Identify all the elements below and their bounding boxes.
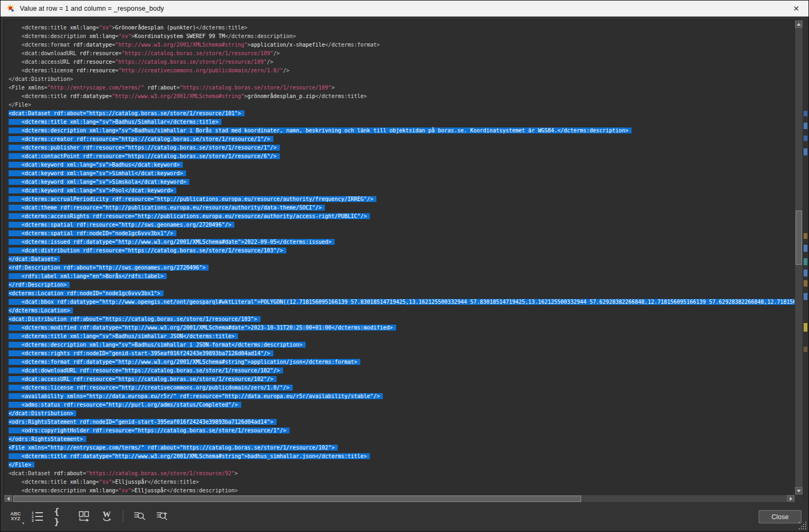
code-line[interactable]: <dcat:Dataset rdf:about="https://catalog… [9, 109, 795, 118]
word-wrap-icon[interactable]: W [99, 508, 114, 524]
code-line[interactable]: </File> [9, 101, 795, 109]
code-line[interactable]: </dcat:Dataset> [9, 255, 795, 264]
code-line[interactable]: <dcterms:format rdf:datatype="http://www… [9, 41, 795, 49]
arrow-down-icon [797, 490, 801, 492]
code-line[interactable]: <dcat:keyword xml:lang="sv">Simskola</dc… [9, 178, 795, 186]
code-line[interactable]: <dcat:accessURL rdf:resource="https://ca… [9, 58, 795, 66]
horizontal-scrollbar-thumb[interactable] [13, 496, 581, 502]
overview-mark [804, 148, 807, 155]
code-line[interactable]: <dcterms:accrualPeriodicity rdf:resource… [9, 195, 795, 204]
line-bar [35, 516, 43, 517]
close-icon[interactable]: ✕ [789, 1, 804, 16]
code-line[interactable]: <odrs:copyrightHolder rdf:resource="http… [9, 426, 795, 435]
line-bar [35, 512, 43, 513]
horizontal-scrollbar[interactable] [4, 494, 795, 503]
code-line[interactable]: <dcterms:rights rdf:nodeID="genid-start-… [9, 349, 795, 358]
code-line[interactable]: </dcterms:Location> [9, 306, 795, 315]
format-braces-icon[interactable]: { } [54, 508, 69, 524]
code-line[interactable]: <dcterms:modified rdf:datatype="http://w… [9, 324, 795, 332]
code-line[interactable]: <dcat:Distribution rdf:about="https://ca… [9, 315, 795, 324]
code-line[interactable]: <dcat:theme rdf:resource="http://publica… [9, 204, 795, 212]
code-line[interactable]: <dcat:Dataset rdf:about="https://catalog… [9, 469, 795, 478]
code-line[interactable]: <dcterms:title xml:lang="sv">Grönområdes… [9, 24, 795, 32]
dialog-icon [6, 4, 15, 13]
scroll-left-button[interactable] [4, 495, 12, 503]
code-line[interactable]: <dcterms:creator rdf:resource="https://c… [9, 135, 795, 144]
code-line[interactable]: <dcterms:license rdf:resource="http://cr… [9, 66, 795, 75]
scroll-right-button[interactable] [787, 495, 795, 503]
code-line[interactable]: <dcat:keyword xml:lang="sv">Badhus</dcat… [9, 161, 795, 169]
code-line[interactable]: <dcat:contactPoint rdf:resource="https:/… [9, 152, 795, 161]
xml-content[interactable]: <dcterms:title xml:lang="sv">Grönområdes… [4, 20, 795, 494]
code-line[interactable]: <dcterms:format rdf:datatype="http://www… [9, 358, 795, 366]
code-line[interactable]: <availability xmlns="http://data.europa.… [9, 392, 795, 401]
vertical-scrollbar-thumb[interactable] [796, 211, 802, 265]
code-line[interactable]: <dcterms:description xml:lang="sv">Koord… [9, 32, 795, 41]
code-line[interactable]: <dcterms:publisher rdf:resource="https:/… [9, 144, 795, 152]
overview-mark [804, 233, 807, 239]
toolbar-separator [123, 511, 123, 522]
code-line[interactable]: <dcat:bbox rdf:datatype="http://www.open… [9, 298, 795, 306]
vertical-scrollbar[interactable] [795, 20, 803, 494]
code-line[interactable]: </rdf:Description> [9, 281, 795, 289]
overview-mark [804, 293, 807, 300]
auto-format-icon[interactable] [77, 508, 92, 524]
code-line[interactable]: <dcterms:spatial rdf:nodeID="node1gc6vvv… [9, 229, 795, 238]
code-line[interactable]: <dcterms:title xml:lang="sv">Badhus/simh… [9, 332, 795, 341]
code-line[interactable]: <dcterms:title rdf:datatype="http://www.… [9, 452, 795, 461]
close-button[interactable]: Close [759, 510, 801, 523]
code-line[interactable]: <File xmlns="http://entryscape.com/terms… [9, 84, 795, 92]
overview-mark [804, 245, 807, 252]
code-line[interactable]: <dcterms:title xml:lang="sv">Badhus/Simh… [9, 118, 795, 126]
overview-mark [804, 347, 807, 352]
overview-mark [804, 323, 807, 332]
arrow-right-icon [790, 497, 792, 501]
overview-mark [804, 111, 807, 116]
title-bar[interactable]: Value at row = 1 and column = _response_… [1, 1, 808, 17]
code-line[interactable]: </odrs:RightsStatement> [9, 435, 795, 444]
find-replace-icon[interactable] [154, 508, 169, 524]
code-line[interactable]: <dcat:accessURL rdf:resource="https://ca… [9, 375, 795, 384]
code-line[interactable]: <adms:status rdf:resource="http://purl.o… [9, 401, 795, 409]
value-viewer-dialog: Value at row = 1 and column = _response_… [0, 0, 809, 532]
code-line[interactable]: <dcat:downloadURL rdf:resource="https://… [9, 49, 795, 58]
charset-icon[interactable]: ABC XYZ ▾ [8, 508, 23, 524]
line-numbers-icon[interactable]: 1 2 3 [31, 508, 47, 524]
charset-icon-row2: XYZ [11, 516, 20, 521]
code-line[interactable]: <odrs:RightsStatement rdf:nodeID="genid-… [9, 418, 795, 426]
overview-ruler[interactable] [803, 20, 808, 503]
code-line[interactable]: <dcterms:issued rdf:datatype="http://www… [9, 238, 795, 246]
code-line[interactable]: <dcterms:accessRights rdf:resource="http… [9, 212, 795, 221]
code-line[interactable]: <dcterms:description xml:lang="sv">Ellju… [9, 486, 795, 494]
scroll-up-button[interactable] [795, 20, 803, 28]
overview-mark [804, 123, 807, 129]
code-line[interactable]: <dcat:keyword xml:lang="sv">Pool</dcat:k… [9, 186, 795, 195]
code-line[interactable]: <dcterms:spatial rdf:resource="http://sw… [9, 221, 795, 229]
dialog-title: Value at row = 1 and column = _response_… [20, 5, 164, 12]
line-number-digit: 3 [32, 519, 34, 522]
code-line[interactable]: </dcat:Distribution> [9, 75, 795, 84]
code-line[interactable]: <rdf:Description rdf:about="http://sws.g… [9, 264, 795, 272]
code-line[interactable]: <File xmlns="http://entryscape.com/terms… [9, 444, 795, 452]
code-line[interactable]: </File> [9, 461, 795, 469]
resize-grip[interactable] [798, 521, 807, 530]
arrow-up-icon [797, 23, 801, 26]
code-line[interactable]: <dcat:downloadURL rdf:resource="https://… [9, 366, 795, 375]
overview-mark [804, 258, 807, 265]
code-line[interactable]: <dcterms:description xml:lang="sv">Badhu… [9, 341, 795, 349]
code-line[interactable]: <dcterms:Location rdf:nodeID="node1gc6vv… [9, 289, 795, 298]
bottom-toolbar: ABC XYZ ▾ 1 2 3 { } W [1, 502, 808, 531]
overview-mark [804, 269, 807, 276]
code-line[interactable]: <rdfs:label xml:lang="en">Borås</rdfs:la… [9, 272, 795, 281]
scroll-down-button[interactable] [795, 487, 803, 494]
line-number-digit: 1 [32, 512, 34, 514]
code-line[interactable]: <dcterms:license rdf:resource="http://cr… [9, 384, 795, 392]
code-line[interactable]: <dcat:distribution rdf:resource="https:/… [9, 246, 795, 255]
code-line[interactable]: </dcat:Distribution> [9, 409, 795, 418]
code-line[interactable]: <dcterms:title rdf:datatype="http://www.… [9, 92, 795, 101]
code-line[interactable]: <dcterms:description xml:lang="sv">Badhu… [9, 126, 795, 135]
code-line[interactable]: <dcterms:title xml:lang="sv">Elljusspår<… [9, 478, 795, 486]
line-bar [35, 520, 43, 521]
code-line[interactable]: <dcat:keyword xml:lang="sv">Simhall</dca… [9, 169, 795, 178]
find-icon[interactable] [132, 508, 147, 524]
